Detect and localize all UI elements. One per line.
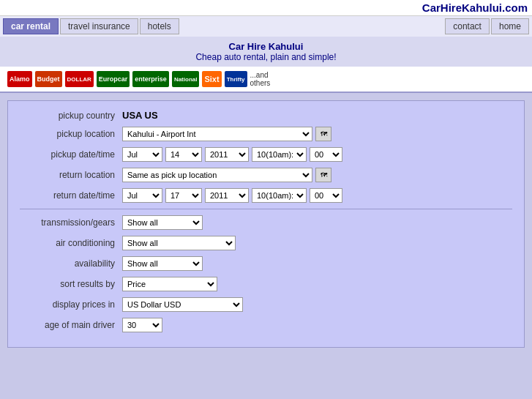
page-title: Car Hire Kahului bbox=[4, 41, 528, 52]
air-conditioning-label: air conditioning bbox=[20, 238, 122, 248]
age-row: age of main driver 30 bbox=[20, 318, 512, 332]
site-title: CarHireKahului.com bbox=[422, 1, 528, 14]
brand-alamo: Alamo bbox=[7, 71, 32, 87]
brand-europcar: Europcar bbox=[97, 71, 130, 87]
pickup-country-row: pickup country USA US bbox=[20, 110, 512, 121]
currency-select[interactable]: US Dollar USD bbox=[122, 297, 243, 312]
air-conditioning-select[interactable]: Show all bbox=[122, 236, 236, 250]
pickup-location-label: pickup location bbox=[20, 129, 122, 139]
sort-results-row: sort results by Price bbox=[20, 277, 512, 291]
page-subtitle: Cheap auto rental, plain and simple! bbox=[4, 52, 528, 62]
transmission-row: transmission/gears Show all bbox=[20, 215, 512, 230]
availability-label: availability bbox=[20, 258, 122, 269]
sort-select[interactable]: Price bbox=[122, 277, 217, 291]
brand-dollar: DOLLAR bbox=[65, 71, 94, 87]
sort-results-label: sort results by bbox=[20, 279, 122, 289]
nav-right-group: contact home bbox=[445, 18, 529, 34]
return-hour-select[interactable]: 10(10am): bbox=[252, 188, 307, 203]
pickup-min-select[interactable]: 00 bbox=[310, 147, 342, 162]
nav-bar: car rental travel insurance hotels conta… bbox=[0, 16, 532, 37]
transmission-value: Show all bbox=[122, 215, 512, 230]
brand-enterprise: enterprise bbox=[132, 71, 169, 87]
air-conditioning-value: Show all bbox=[122, 236, 512, 250]
pickup-location-value: Kahului - Airport Int 🗺 bbox=[122, 127, 512, 141]
age-select[interactable]: 30 bbox=[122, 318, 162, 332]
return-year-select[interactable]: 2011 bbox=[205, 188, 249, 203]
transmission-select[interactable]: Show all bbox=[122, 215, 203, 230]
return-datetime-value: Jul 17 2011 10(10am): 00 bbox=[122, 188, 512, 203]
country-text: USA US bbox=[122, 110, 158, 121]
display-prices-row: display prices in US Dollar USD bbox=[20, 297, 512, 312]
main-form-container: pickup country USA US pickup location Ka… bbox=[0, 93, 532, 355]
header-section: Car Hire Kahului Cheap auto rental, plai… bbox=[0, 37, 532, 67]
return-location-value: Same as pick up location 🗺 bbox=[122, 168, 512, 182]
brand-thrifty: Thrifty bbox=[225, 71, 247, 87]
pickup-hour-select[interactable]: 10(10am): bbox=[252, 147, 307, 162]
availability-value: Show all bbox=[122, 256, 512, 271]
pickup-datetime-row: pickup date/time Jul 14 2011 10(10am): 0… bbox=[20, 147, 512, 162]
display-prices-label: display prices in bbox=[20, 299, 122, 310]
availability-row: availability Show all bbox=[20, 256, 512, 271]
nav-hotels[interactable]: hotels bbox=[140, 18, 179, 34]
return-location-row: return location Same as pick up location… bbox=[20, 168, 512, 182]
return-day-select[interactable]: 17 bbox=[165, 188, 202, 203]
return-min-select[interactable]: 00 bbox=[310, 188, 342, 203]
display-prices-value: US Dollar USD bbox=[122, 297, 512, 312]
nav-home[interactable]: home bbox=[491, 18, 529, 34]
air-conditioning-row: air conditioning Show all bbox=[20, 236, 512, 250]
transmission-label: transmission/gears bbox=[20, 217, 122, 228]
return-month-select[interactable]: Jul bbox=[122, 188, 162, 203]
brand-sixt: Sixt bbox=[202, 71, 221, 87]
age-value: 30 bbox=[122, 318, 512, 332]
form-divider bbox=[20, 209, 512, 209]
availability-select[interactable]: Show all bbox=[122, 256, 203, 271]
return-location-label: return location bbox=[20, 170, 122, 180]
nav-travel-insurance[interactable]: travel insurance bbox=[60, 18, 138, 34]
pickup-year-select[interactable]: 2011 bbox=[205, 147, 249, 162]
nav-contact[interactable]: contact bbox=[445, 18, 490, 34]
pickup-country-value: USA US bbox=[122, 110, 512, 121]
pickup-datetime-value: Jul 14 2011 10(10am): 00 bbox=[122, 147, 512, 162]
brand-budget: Budget bbox=[35, 71, 62, 87]
age-label: age of main driver bbox=[20, 320, 122, 330]
return-datetime-row: return date/time Jul 17 2011 10(10am): 0… bbox=[20, 188, 512, 203]
top-bar: CarHireKahului.com bbox=[0, 0, 532, 16]
nav-car-rental[interactable]: car rental bbox=[3, 18, 59, 34]
brand-others: ...andothers bbox=[250, 71, 271, 87]
return-map-button[interactable]: 🗺 bbox=[315, 168, 331, 182]
return-location-select[interactable]: Same as pick up location bbox=[122, 168, 312, 182]
pickup-country-label: pickup country bbox=[20, 111, 122, 121]
pickup-location-select[interactable]: Kahului - Airport Int bbox=[122, 127, 312, 141]
pickup-location-row: pickup location Kahului - Airport Int 🗺 bbox=[20, 127, 512, 141]
brand-national: National bbox=[172, 71, 200, 87]
pickup-day-select[interactable]: 14 bbox=[165, 147, 202, 162]
pickup-map-button[interactable]: 🗺 bbox=[315, 127, 331, 141]
return-datetime-label: return date/time bbox=[20, 190, 122, 201]
sort-results-value: Price bbox=[122, 277, 512, 291]
search-form: pickup country USA US pickup location Ka… bbox=[7, 100, 525, 348]
pickup-month-select[interactable]: Jul bbox=[122, 147, 162, 162]
brands-bar: Alamo Budget DOLLAR Europcar enterprise … bbox=[0, 67, 532, 93]
pickup-datetime-label: pickup date/time bbox=[20, 149, 122, 160]
